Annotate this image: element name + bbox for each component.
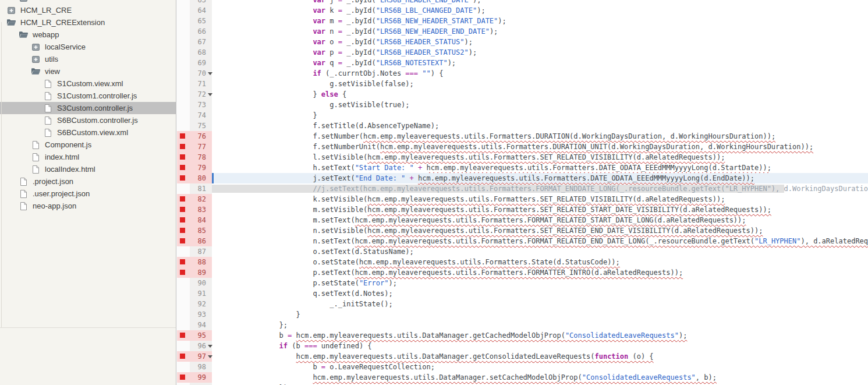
gutter-row-78[interactable]: 78 [177,152,212,163]
code-line-67[interactable]: var o = _.byId("LRS6B_HEADER_STATUS"); [212,37,868,47]
line-number[interactable]: 84 [177,215,206,225]
line-number[interactable]: 85 [177,225,206,236]
gutter-row-77[interactable]: 77 [177,142,212,152]
tree-item-.user.project.json[interactable]: .user.project.json [0,188,176,200]
code-line-81[interactable]: //j.setText(hcm.emp.myleaverequests.util… [212,183,868,194]
tree-item-S1Custom1.controller.js[interactable]: S1Custom1.controller.js [0,90,176,102]
gutter-row-97[interactable]: 97 [177,351,212,362]
code-line-92[interactable]: _._initState(); [212,299,868,309]
gutter-row-84[interactable]: 84 [177,215,212,225]
line-number[interactable]: 95 [177,330,206,341]
gutter-row-85[interactable]: 85 [177,225,212,236]
line-number[interactable]: 70 [177,68,206,79]
line-number[interactable]: 96 [177,341,206,351]
tree-item-webapp[interactable]: webapp [0,29,176,41]
code-line-95[interactable]: b = hcm.emp.myleaverequests.utils.DataMa… [212,330,868,341]
code-line-89[interactable]: p.setText(hcm.emp.myleaverequests.utils.… [212,267,868,278]
code-line-79[interactable]: h.setText("Start Date: " + hcm.emp.mylea… [212,163,868,173]
line-number[interactable]: 82 [177,194,206,204]
line-number[interactable]: 64 [177,5,206,16]
code-line-64[interactable]: var k = _.byId("LRS6B_LBL_CHANGED_DATE")… [212,5,868,16]
gutter-row-70[interactable]: 70 [177,68,212,79]
code-line-86[interactable]: n.setText(hcm.emp.myleaverequests.utils.… [212,236,868,246]
code-line-94[interactable]: }; [212,320,868,330]
code-line-83[interactable]: m.setVisible(hcm.emp.myleaverequests.uti… [212,204,868,215]
line-number[interactable]: 65 [177,16,206,26]
code-line-91[interactable]: q.setText(d.Notes); [212,288,868,299]
gutter-row-95[interactable]: 95 [177,330,212,341]
gutter-row-98[interactable]: 98 [177,362,212,372]
line-number[interactable]: 88 [177,257,206,267]
tree-item-index.html[interactable]: index.html [0,151,176,163]
gutter-row-76[interactable]: 76 [177,131,212,142]
line-number[interactable]: 74 [177,110,206,121]
gutter-row-83[interactable]: 83 [177,204,212,215]
gutter-row-67[interactable]: 67 [177,37,212,47]
line-number[interactable]: 86 [177,236,206,246]
line-number[interactable]: 80 [177,173,206,183]
line-number[interactable]: 98 [177,362,206,372]
code-line-99[interactable]: hcm.emp.myleaverequests.utils.DataManage… [212,372,868,383]
code-line-75[interactable]: f.setTitle(d.AbsenceTypeName); [212,121,868,131]
gutter-row-68[interactable]: 68 [177,47,212,58]
gutter-row-87[interactable]: 87 [177,246,212,257]
gutter-row-73[interactable]: 73 [177,100,212,110]
line-number[interactable]: 73 [177,100,206,110]
line-number[interactable]: 66 [177,26,206,37]
code-line-87[interactable]: o.setText(d.StatusName); [212,246,868,257]
gutter-row-71[interactable]: 71 [177,79,212,89]
gutter-row-66[interactable]: 66 [177,26,212,37]
tree-item-neo-app.json[interactable]: neo-app.json [0,200,176,212]
code-line-88[interactable]: o.setState(hcm.emp.myleaverequests.utils… [212,257,868,267]
line-number[interactable]: 75 [177,121,206,131]
gutter-row-75[interactable]: 75 [177,121,212,131]
tree-item-localService[interactable]: localService [0,41,176,53]
gutter-row-96[interactable]: 96 [177,341,212,351]
gutter-row-65[interactable]: 65 [177,16,212,26]
gutter-row-80[interactable]: 80 [177,173,212,183]
line-number[interactable]: 78 [177,152,206,163]
code-line-90[interactable]: p.setState("Error"); [212,278,868,288]
line-number[interactable]: 90 [177,278,206,288]
code-line-73[interactable]: g.setVisible(true); [212,100,868,110]
gutter-row-100[interactable]: 100 [177,383,212,385]
code-line-76[interactable]: f.setNumber(hcm.emp.myleaverequests.util… [212,131,868,142]
line-number[interactable]: 99 [177,372,206,383]
code-line-96[interactable]: if (b === undefined) { [212,341,868,351]
tree-item-partial[interactable] [0,0,176,4]
gutter-row-79[interactable]: 79 [177,163,212,173]
gutter-row-74[interactable]: 74 [177,110,212,121]
line-number[interactable]: 76 [177,131,206,142]
line-number[interactable]: 63 [177,0,206,5]
line-number[interactable]: 72 [177,89,206,100]
code-line-100[interactable]: }); [212,383,868,385]
line-number[interactable]: 91 [177,288,206,299]
code-line-66[interactable]: var n = _.byId("LRS6B_NEW_HEADER_END_DAT… [212,26,868,37]
line-number[interactable]: 79 [177,163,206,173]
line-number[interactable]: 100 [177,383,206,385]
code-area[interactable]: var j = _.byId("LRS6B_HEADER_END_DATE");… [212,0,868,385]
gutter-row-69[interactable]: 69 [177,58,212,68]
code-line-84[interactable]: m.setText(hcm.emp.myleaverequests.utils.… [212,215,868,225]
code-line-93[interactable]: } [212,309,868,320]
line-number[interactable]: 87 [177,246,206,257]
code-line-68[interactable]: var p = _.byId("LRS6B_HEADER_STATUS2"); [212,47,868,58]
tree-item-HCM_LR_CREExtension[interactable]: HCM_LR_CREExtension [0,16,176,29]
line-number[interactable]: 92 [177,299,206,309]
tree-item-utils[interactable]: utils [0,53,176,65]
code-line-65[interactable]: var m = _.byId("LRS6B_NEW_HEADER_START_D… [212,16,868,26]
code-line-63[interactable]: var j = _.byId("LRS6B_HEADER_END_DATE"); [212,0,868,5]
gutter-row-91[interactable]: 91 [177,288,212,299]
gutter-row-88[interactable]: 88 [177,257,212,267]
tree-item-S1Custom.view.xml[interactable]: S1Custom.view.xml [0,77,176,90]
tree-item-view[interactable]: view [0,65,176,77]
code-line-69[interactable]: var q = _.byId("LRS6B_NOTESTEXT"); [212,58,868,68]
editor-gutter[interactable]: 6364656667686970717273747576777879808182… [177,0,212,385]
line-number[interactable]: 68 [177,47,206,58]
line-number[interactable]: 97 [177,351,206,362]
tree-item-localIndex.html[interactable]: localIndex.html [0,163,176,175]
line-number[interactable]: 67 [177,37,206,47]
gutter-row-63[interactable]: 63 [177,0,212,5]
code-line-72[interactable]: } else { [212,89,868,100]
tree-item-.project.json[interactable]: .project.json [0,175,176,188]
